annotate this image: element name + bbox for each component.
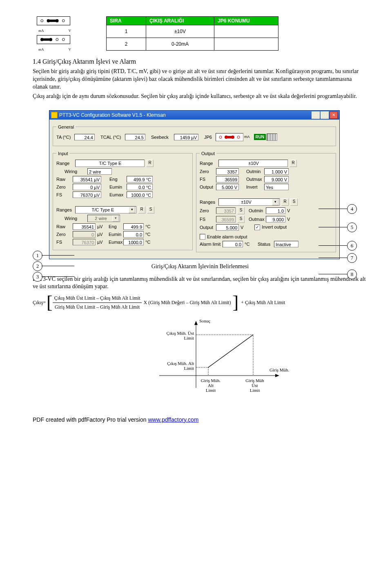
callout-4: 4 (347, 204, 357, 214)
outmax-field: 9.000 V (264, 176, 289, 182)
general-group: General TA (°C) 24.4 TCAL (°C) 24.5 Seeb… (53, 125, 336, 146)
chevron-down-icon: ▾ (129, 207, 135, 213)
input-r-button[interactable]: R (146, 160, 154, 167)
input-ranges-select[interactable]: T/C Type E▾ (75, 206, 136, 213)
chevron-down-icon: ▾ (272, 199, 278, 205)
svg-point-8 (56, 38, 58, 41)
callout-7: 7 (347, 253, 357, 263)
invert-chk-label: Invert output (262, 225, 287, 229)
jp6-indicator (216, 133, 243, 141)
output-ranges-select[interactable]: ±10V▾ (218, 198, 280, 206)
formula-lhs: Çıkış= (33, 300, 46, 306)
graph-x-upper: Giriş Müh Üst Limit (243, 378, 267, 393)
eng2-field: 499.9 (123, 223, 144, 230)
svg-point-14 (237, 136, 240, 138)
wiring-field: 2 wire (87, 168, 112, 175)
input-ranges-r-button[interactable]: R (138, 206, 145, 213)
formula-mid: X (Giriş Müh Değeri – Giriş Müh Alt Limi… (143, 300, 231, 306)
svg-point-13 (231, 136, 234, 139)
callout-3: 3 (33, 272, 42, 282)
callout-1: 1 (33, 251, 42, 260)
jumper-diagrams: mAV mAV (37, 16, 73, 51)
svg-line-19 (208, 335, 253, 367)
output-range-display: ±10V (218, 160, 288, 167)
out-fs-field: 36599 (216, 176, 239, 182)
ta-field[interactable]: 24.4 (74, 134, 95, 140)
enable-alarm-checkbox[interactable] (200, 234, 205, 240)
enable-alarm-label: Enable alarm output (207, 234, 247, 239)
minimize-button[interactable]: – (312, 111, 320, 119)
config-window: PTT3-VC Configuration Software V1.5 - Kl… (49, 110, 340, 259)
seebeck-field[interactable]: 1459 µV (174, 134, 198, 140)
output-group: Output Range ±10V R Zero 3357 Outmin 1.0… (196, 151, 336, 252)
invert-checkbox[interactable]: ✓ (254, 225, 260, 230)
svg-marker-18 (275, 374, 279, 377)
svg-point-9 (62, 38, 65, 41)
output-r-button[interactable]: R (290, 160, 297, 167)
ta-label: TA (°C) (56, 135, 74, 140)
maximize-button[interactable]: □ (321, 111, 329, 119)
alarm-limit-field[interactable]: 0.0 (223, 241, 243, 247)
footer-text: PDF created with pdfFactory Pro trial ve… (33, 416, 148, 423)
outmax2-field[interactable]: 9.000 (266, 216, 285, 222)
fs2-field[interactable]: 76370 (73, 239, 96, 245)
wiring-select[interactable]: 2 wire▾ (87, 215, 120, 222)
transfer-formula: Çıkış= [ Çıkış Müh Üst Limit – Çıkış Müh… (33, 295, 368, 310)
input-range-display: T/C Type E (75, 160, 145, 167)
outmin2-field[interactable]: 1.0 (266, 207, 285, 214)
window-titlebar[interactable]: PTT3-VC Configuration Software V1.5 - Kl… (49, 111, 339, 120)
eumax2-field[interactable]: 1000.0 (123, 239, 144, 245)
zero-s-button[interactable]: S (237, 207, 245, 214)
raw2-field: 35541 (73, 223, 96, 230)
out-zero-field: 3357 (216, 168, 239, 175)
footer-link[interactable]: www.pdffactory.com (148, 416, 198, 423)
out-zero2-field[interactable]: 3357 (216, 207, 236, 214)
svg-point-0 (41, 20, 43, 22)
callout-6: 6 (347, 241, 357, 251)
callout-8: 8 (347, 269, 357, 279)
pdf-footer: PDF created with pdfFactory Pro trial ve… (33, 416, 368, 423)
fs-s-button[interactable]: S (237, 216, 245, 223)
close-button[interactable]: ✕ (330, 111, 338, 119)
graph-x-lower: Giriş Müh. Alt Limit (198, 378, 223, 393)
window-title: PTT3-VC Configuration Software V1.5 - Kl… (59, 112, 312, 118)
zero-field: 0 µV (73, 184, 101, 190)
app-icon (51, 112, 58, 118)
output-legend: Output (200, 151, 216, 156)
run-label: RUN (254, 134, 266, 140)
svg-point-7 (49, 38, 52, 41)
jumper-ma-label: mA (38, 29, 44, 33)
output-field: 5.000 V (216, 184, 239, 190)
input-group: Input Range T/C Type E R Wiring 2 wire R… (53, 151, 193, 250)
zero2-field[interactable]: 0 (73, 231, 96, 238)
svg-marker-16 (194, 321, 198, 325)
outmin-field: 1.000 V (264, 168, 289, 175)
invert-field: Yes (264, 184, 289, 190)
formula-denominator: Giriş Müh Üst Limit – Giriş Müh Alt Limi… (53, 303, 142, 310)
output2-field[interactable]: 5.000 (216, 224, 239, 231)
section-paragraph-1: Seçilen bir giriş aralığı giriş tipini (… (33, 68, 368, 91)
out-fs2-field[interactable]: 36599 (216, 216, 236, 222)
svg-point-10 (219, 136, 222, 138)
output-ranges-s-button[interactable]: S (290, 198, 298, 206)
jumper-row-1 (37, 16, 70, 25)
formula-rhs: + Çıkış Müh Alt Limit (241, 300, 285, 306)
tcal-field[interactable]: 24.5 (125, 134, 145, 140)
run-indicator: RUN (254, 133, 278, 141)
eumax-field: 1000.0 °C (127, 191, 153, 198)
graph-xlabel: Giriş Müh. (270, 367, 289, 372)
figure-caption: Giriş/Çıkış Aktarım İşlevinin Belirlenme… (33, 263, 368, 270)
section-heading: 1.4 Giriş/Çıkış Aktarım İşlevi ve Alarm (33, 58, 368, 65)
output-ranges-r-button[interactable]: R (281, 198, 289, 206)
formula-numerator: Çıkış Müh Üst Limit – Çıkış Müh Alt Limi… (53, 295, 142, 303)
jp6-label: JP6 (204, 135, 216, 140)
jumper-row-2 (37, 35, 70, 44)
general-legend: General (56, 125, 76, 129)
input-ranges-s-button[interactable]: S (147, 206, 154, 213)
th-range: ÇIKIŞ ARALIĞI (146, 17, 214, 25)
jumper-v-label: V (69, 29, 71, 33)
graph-y-lower: Çıkış Müh. Alt Limit (153, 361, 194, 371)
eumin2-field[interactable]: 0.0 (123, 231, 144, 238)
th-sira: SIRA (107, 17, 146, 25)
seebeck-label: Seebeck (151, 135, 174, 140)
